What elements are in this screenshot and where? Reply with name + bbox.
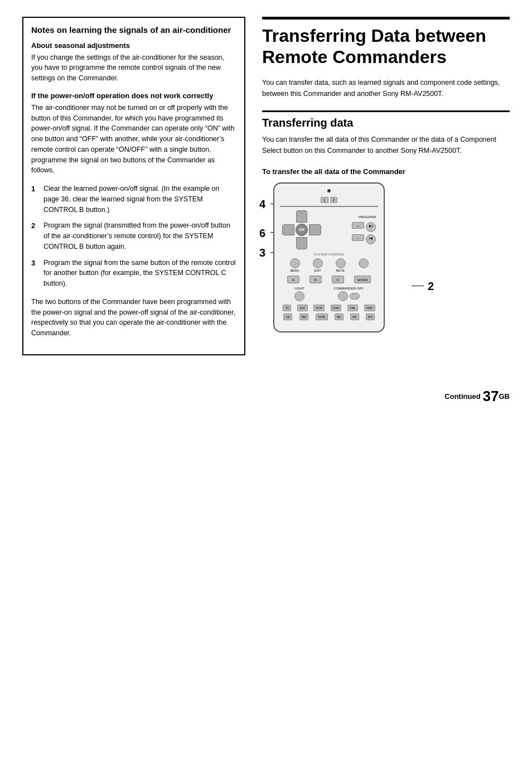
program-label: PROGRAM — [359, 215, 376, 219]
subsection1-body: If you change the settings of the air-co… — [31, 52, 236, 84]
step-2-label: 2 — [428, 280, 434, 293]
prog-btn-minus[interactable]: − — [352, 234, 364, 241]
exit-area: EXIT — [313, 258, 323, 272]
btn-c[interactable]: C — [332, 276, 344, 283]
continued-label: Continued — [444, 392, 480, 401]
dpad-container: OK PROGRAM + ▶| − |◀ — [280, 210, 378, 249]
ir-dot — [327, 189, 331, 192]
circle-btn-row: MENU EXIT MUTE — [280, 258, 378, 272]
menu-btn[interactable] — [290, 258, 300, 268]
src-tv[interactable]: TV — [283, 305, 291, 311]
prog-btn-circle2[interactable]: |◀ — [366, 234, 376, 244]
sys-ctrl-label: SYSTEM CONTROL — [280, 253, 378, 256]
src-m2[interactable]: M2 — [350, 314, 359, 320]
extra-btn[interactable] — [359, 258, 369, 268]
menu-label: MENU — [290, 269, 299, 272]
mute-area: MUTE — [336, 258, 346, 272]
diagram-heading: To transfer the all data of the Commande… — [262, 167, 510, 176]
dpad-up-btn[interactable] — [296, 210, 307, 223]
separator-1 — [280, 206, 378, 207]
dpad: OK — [282, 210, 321, 249]
source-row-1: TV SAT VCR DVD CBL AMP — [280, 305, 378, 311]
steps-list: 1 Clear the learned power-on/off signal.… — [31, 184, 236, 289]
step-2: 2 Program the signal (transmitted from t… — [31, 220, 236, 252]
left-section-title: Notes on learning the signals of an air-… — [31, 25, 236, 36]
src-sat[interactable]: SAT — [297, 305, 307, 311]
light-area: LIGHT — [294, 287, 304, 301]
left-column: Notes on learning the signals of an air-… — [22, 17, 245, 365]
step-2-text: Program the signal (transmitted from the… — [43, 220, 236, 252]
dpad-right-btn[interactable] — [309, 224, 321, 235]
btn-1[interactable]: 1 — [321, 197, 328, 203]
cmd-off-btn2[interactable] — [350, 293, 360, 300]
step-2-num: 2 — [31, 220, 39, 252]
cmd-off-area: COMMANDER OFF — [333, 287, 364, 301]
step-3: 3 Program the signal from the same butto… — [31, 258, 236, 289]
step-3-text: Program the signal from the same button … — [43, 258, 236, 289]
src-cd[interactable]: CD — [283, 314, 292, 320]
dpad-down-btn[interactable] — [296, 237, 307, 249]
mute-label: MUTE — [336, 269, 345, 272]
remote-body: 1 2 OK PROGRAM — [273, 182, 385, 332]
prog-btn-row2: − |◀ — [352, 234, 376, 244]
light-label: LIGHT — [294, 287, 304, 290]
closing-body: The two buttons of the Commander have be… — [31, 297, 236, 339]
sub-heading-section: Transferring data You can transfer the a… — [262, 110, 510, 156]
program-btn-row: + ▶| — [352, 222, 376, 232]
subsection2-body: The air-conditioner may not be turned on… — [31, 103, 236, 176]
step-6-label: 6 — [259, 227, 265, 240]
src-cbl[interactable]: CBL — [347, 305, 358, 311]
step-3-num: 3 — [31, 258, 39, 289]
letter-btns: A B C WORD — [280, 276, 378, 283]
ir-area — [280, 189, 378, 195]
src-dvd[interactable]: DVD — [331, 305, 342, 311]
right-btns: PROGRAM + ▶| − |◀ — [352, 215, 376, 244]
cmd-off-btn1[interactable] — [338, 291, 348, 301]
src-vcr[interactable]: VCR — [313, 305, 325, 311]
step-3-label: 3 — [259, 247, 265, 259]
light-cmd-row: LIGHT COMMANDER OFF — [280, 287, 378, 301]
main-title-section: Transferring Data between Remote Command… — [262, 17, 510, 68]
right-column: Transferring Data between Remote Command… — [262, 17, 510, 365]
light-btn[interactable] — [294, 291, 304, 301]
src-tape[interactable]: TAPE — [316, 314, 328, 320]
exit-btn[interactable] — [313, 258, 323, 268]
menu-area: MENU — [290, 258, 300, 272]
cmd-off-label: COMMANDER OFF — [333, 287, 364, 290]
intro-body: You can transfer data, such as learned s… — [262, 77, 510, 99]
page-footer: Continued 37 GB — [22, 382, 510, 405]
src-amp[interactable]: AMP — [364, 305, 375, 311]
src-md[interactable]: MD — [299, 314, 309, 320]
subsection1-title: About seasonal adjustments — [31, 41, 236, 50]
extra-area — [359, 258, 369, 272]
cmd-off-btns — [338, 291, 360, 301]
left-section-box: Notes on learning the signals of an air-… — [22, 17, 245, 355]
remote-diagram-wrapper: 4 6 3 2 1 2 — [262, 182, 418, 332]
btn-2[interactable]: 2 — [330, 197, 338, 203]
sub-title: Transferring data — [262, 117, 510, 129]
step-1: 1 Clear the learned power-on/off signal.… — [31, 184, 236, 215]
dpad-ok-btn[interactable]: OK — [296, 224, 308, 236]
btn-b[interactable]: B — [309, 276, 322, 283]
prog-btn-plus[interactable]: + — [352, 222, 364, 229]
page-suffix: GB — [499, 392, 510, 401]
page-layout: Notes on learning the signals of an air-… — [22, 17, 510, 365]
step2-line — [412, 286, 424, 286]
src-m3[interactable]: M3 — [366, 314, 375, 320]
exit-label: EXIT — [314, 269, 321, 272]
top-btn-row: 1 2 — [280, 197, 378, 203]
step-4-label: 4 — [259, 198, 265, 211]
btn-a[interactable]: A — [287, 276, 299, 283]
src-m1[interactable]: M1 — [335, 314, 344, 320]
main-title: Transferring Data between Remote Command… — [262, 25, 510, 68]
subsection2-title: If the power-on/off operation does not w… — [31, 91, 236, 100]
source-row-2: CD MD TAPE M1 M2 M3 — [280, 314, 378, 320]
sub-body: You can transfer the all data of this Co… — [262, 134, 510, 156]
step-1-num: 1 — [31, 184, 39, 215]
step-1-text: Clear the learned power-on/off signal. (… — [43, 184, 236, 215]
dpad-left-btn[interactable] — [282, 224, 294, 235]
page-number: 37 — [483, 388, 499, 405]
btn-word[interactable]: WORD — [354, 276, 371, 283]
prog-btn-circle[interactable]: ▶| — [366, 222, 376, 232]
mute-btn[interactable] — [336, 258, 346, 268]
